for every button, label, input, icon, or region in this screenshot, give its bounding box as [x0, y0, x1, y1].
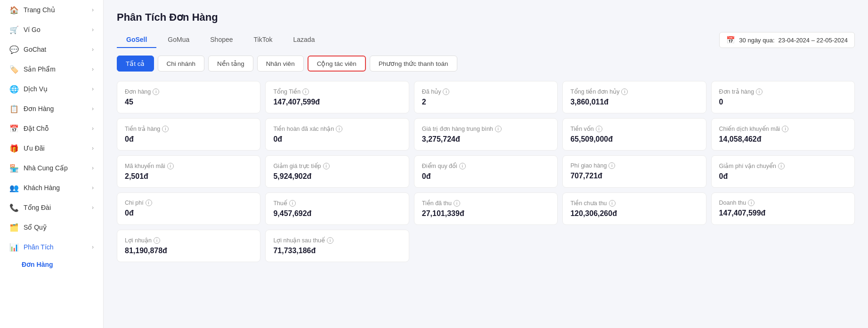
info-icon-tong-tien[interactable]: i [302, 88, 309, 95]
chevron-icon: › [92, 105, 94, 112]
info-icon-tong-tien-don-huy[interactable]: i [621, 88, 628, 95]
calendar-icon: 📅 [726, 36, 735, 44]
stat-card-don-hang: Đơn hàng i 45 [117, 81, 260, 113]
stat-value-tong-tien: 147,407,599đ [273, 98, 401, 106]
platform-tab-shopee[interactable]: Shopee [201, 32, 242, 48]
sidebar-label-tong-dai: Tổng Đài [24, 204, 51, 211]
stat-label-giam-phi-van-chuyen: Giảm phí vận chuyển i [719, 162, 847, 169]
chevron-icon: › [92, 204, 94, 211]
date-range-picker[interactable]: 📅 30 ngày qua: 23-04-2024 – 22-05-2024 [719, 32, 855, 48]
sidebar-label-so-quy: Sổ Quỹ [24, 224, 47, 231]
date-range-label: 30 ngày qua: [739, 37, 774, 44]
uu-dai-icon: 🎁 [9, 144, 19, 153]
stat-label-loi-nhuan: Lợi nhuận i [125, 237, 252, 244]
info-icon-don-tra-hang[interactable]: i [756, 88, 763, 95]
page-title: Phân Tích Đơn Hàng [117, 11, 855, 24]
vi-go-icon: 🛒 [9, 25, 19, 34]
platform-tab-gomua[interactable]: GoMua [158, 32, 199, 48]
nha-cung-cap-icon: 🏪 [9, 163, 19, 173]
info-icon-phi-giao-hang[interactable]: i [608, 162, 615, 169]
info-icon-tien-tra-hang[interactable]: i [162, 126, 169, 132]
stat-card-diem-quy-doi: Điểm quy đổi i 0đ [414, 155, 558, 188]
info-icon-tien-chua-thu[interactable]: i [609, 200, 616, 207]
platform-tab-gosell[interactable]: GoSell [117, 32, 156, 48]
stat-label-don-hang: Đơn hàng i [125, 88, 252, 95]
info-icon-tien-da-thu[interactable]: i [454, 200, 460, 207]
sidebar-item-don-hang[interactable]: 📋 Đơn Hàng › [2, 99, 101, 118]
stat-label-doanh-thu: Doanh thu i [719, 200, 847, 206]
stat-label-chi-phi: Chi phí i [125, 200, 252, 206]
sidebar-item-tong-dai[interactable]: 📞 Tổng Đài › [2, 198, 101, 217]
stat-value-phi-giao-hang: 707,721đ [570, 172, 698, 180]
info-icon-ma-khuyen-mai[interactable]: i [167, 163, 174, 169]
stat-card-giam-phi-van-chuyen: Giảm phí vận chuyển i 0đ [711, 155, 855, 188]
info-icon-doanh-thu[interactable]: i [748, 200, 754, 206]
sidebar-item-phan-tich[interactable]: 📊 Phân Tích › [2, 238, 101, 256]
info-icon-don-hang[interactable]: i [153, 88, 159, 95]
sidebar-label-dich-vu: Dịch Vụ [24, 85, 48, 93]
platform-tabs-bar: GoSellGoMuaShopeeTikTokLazada 📅 30 ngày … [117, 32, 855, 48]
san-pham-icon: 🏷️ [9, 64, 19, 74]
stat-value-loi-nhuan: 81,190,878đ [125, 247, 252, 255]
sidebar-label-go-chat: GoChat [24, 46, 46, 53]
stat-label-phi-giao-hang: Phí giao hàng i [570, 162, 698, 169]
sidebar-item-trang-chu[interactable]: 🏠 Trang Chủ › [2, 0, 101, 19]
sidebar-item-go-chat[interactable]: 💬 GoChat › [2, 40, 101, 59]
chevron-icon: › [92, 145, 94, 152]
info-icon-loi-nhuan[interactable]: i [154, 237, 160, 244]
info-icon-giam-phi-van-chuyen[interactable]: i [778, 163, 785, 169]
stat-card-da-huy: Đã hủy i 2 [414, 81, 558, 113]
stat-label-ma-khuyen-mai: Mã khuyến mãi i [125, 162, 252, 169]
chevron-icon: › [92, 7, 94, 13]
trang-chu-icon: 🏠 [9, 5, 19, 15]
info-icon-diem-quy-doi[interactable]: i [459, 163, 466, 169]
sidebar: 🏠 Trang Chủ › 🛒 Ví Go › 💬 GoChat › 🏷️ Sả… [0, 0, 104, 328]
chevron-icon: › [92, 26, 94, 33]
stat-label-tien-da-thu: Tiền đã thu i [422, 200, 550, 207]
filter-btn-phuong-thuc-thanh-toan[interactable]: Phương thức thanh toán [370, 56, 457, 72]
go-chat-icon: 💬 [9, 45, 19, 54]
stat-label-tien-von: Tiền vốn i [570, 125, 698, 132]
stat-value-diem-quy-doi: 0đ [422, 172, 550, 181]
sidebar-item-dat-cho[interactable]: 📅 Đặt Chỗ › [2, 119, 101, 138]
sidebar-item-so-quy[interactable]: 🗂️ Sổ Quỹ [2, 218, 101, 237]
sidebar-item-vi-go[interactable]: 🛒 Ví Go › [2, 20, 101, 39]
filter-btn-tat-ca[interactable]: Tất cả [117, 56, 154, 72]
info-icon-giam-gia-truc-tiep[interactable]: i [323, 163, 330, 169]
stat-card-doanh-thu: Doanh thu i 147,407,599đ [711, 192, 855, 225]
info-icon-tien-hoan-xac-nhan[interactable]: i [336, 126, 342, 132]
sidebar-item-khach-hang[interactable]: 👥 Khách Hàng › [2, 178, 101, 197]
info-icon-loi-nhuan-sau-thue[interactable]: i [327, 237, 333, 244]
filter-btn-chi-nhanh[interactable]: Chi nhánh [158, 56, 205, 72]
info-icon-chi-phi[interactable]: i [146, 200, 152, 206]
stat-label-tien-tra-hang: Tiền trả hàng i [125, 125, 252, 132]
stat-card-tong-tien-don-huy: Tổng tiền đơn hủy i 3,860,011đ [562, 81, 706, 113]
stat-value-da-huy: 2 [422, 98, 550, 106]
info-icon-da-huy[interactable]: i [443, 88, 449, 95]
date-range-value: 23-04-2024 – 22-05-2024 [779, 37, 848, 44]
stat-value-ma-khuyen-mai: 2,501đ [125, 172, 252, 181]
stat-label-tien-chua-thu: Tiền chưa thu i [570, 200, 698, 207]
filter-btn-nen-tang[interactable]: Nền tảng [208, 56, 253, 72]
stat-value-thue: 9,457,692đ [273, 209, 401, 218]
stat-card-tien-von: Tiền vốn i 65,509,000đ [562, 118, 706, 151]
filter-btn-cong-tac-vien[interactable]: Cộng tác viên [308, 56, 366, 72]
stat-label-thue: Thuế i [273, 200, 401, 207]
info-icon-tien-von[interactable]: i [596, 126, 602, 132]
platform-tab-lazada[interactable]: Lazada [284, 32, 324, 48]
platform-tab-tiktok[interactable]: TikTok [244, 32, 282, 48]
sidebar-item-san-pham[interactable]: 🏷️ Sản Phẩm › [2, 60, 101, 79]
filter-btn-nhan-vien[interactable]: Nhân viên [257, 56, 304, 72]
sidebar-item-uu-dai[interactable]: 🎁 Ưu Đãi › [2, 139, 101, 158]
sidebar-item-dich-vu[interactable]: 🌐 Dịch Vụ › [2, 80, 101, 98]
stat-label-da-huy: Đã hủy i [422, 88, 550, 95]
info-icon-thue[interactable]: i [289, 200, 296, 207]
stat-card-loi-nhuan-sau-thue: Lợi nhuận sau thuế i 71,733,186đ [265, 230, 409, 262]
info-icon-gia-tri-don-hang-tb[interactable]: i [495, 126, 502, 132]
info-icon-chien-dich-khuyen-mai[interactable]: i [782, 126, 788, 132]
stat-value-chien-dich-khuyen-mai: 14,058,462đ [719, 135, 847, 144]
sidebar-sub-item-don-hang[interactable]: Đơn Hàng [0, 257, 103, 272]
stat-card-ma-khuyen-mai: Mã khuyến mãi i 2,501đ [117, 155, 260, 188]
sidebar-item-nha-cung-cap[interactable]: 🏪 Nhà Cung Cấp › [2, 159, 101, 177]
main-content: Phân Tích Đơn Hàng GoSellGoMuaShopeeTikT… [104, 0, 868, 328]
